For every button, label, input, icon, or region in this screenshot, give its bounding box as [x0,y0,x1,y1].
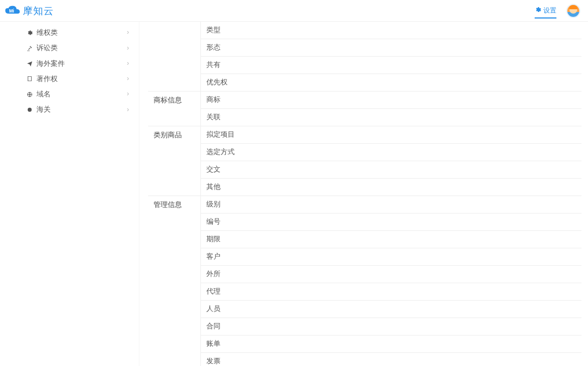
gear-icon [26,29,33,36]
sidebar-nav: 维权类›诉讼类›海外案件›著作权›域名›海关› [0,22,139,366]
sidebar-item[interactable]: 维权类› [0,25,139,40]
brand-cloud-icon: Mi [4,5,20,16]
field-row[interactable]: 其他 [200,179,581,196]
chevron-right-icon: › [127,106,129,114]
field-group-name: 类别商品 [148,126,200,196]
header-actions: 设置 [535,4,580,18]
circle-icon [26,106,33,113]
field-row[interactable]: 选定方式 [200,144,581,161]
sidebar-item-label: 诉讼类 [36,44,58,52]
sidebar-item[interactable]: 诉讼类› [0,40,139,56]
field-row[interactable]: 外所 [200,266,581,283]
settings-link[interactable]: 设置 [535,6,556,19]
field-row[interactable]: 交文 [200,161,581,179]
sidebar-item-label: 维权类 [36,28,58,37]
svg-point-2 [27,108,31,112]
chevron-right-icon: › [127,90,129,99]
chevron-right-icon: › [127,28,129,37]
sidebar-item[interactable]: 海关› [0,102,139,117]
globe-icon [26,91,33,97]
main-content: 类型形态共有优先权商标信息商标关联类别商品拟定项目选定方式交文其他管理信息级别编… [139,22,588,366]
field-row[interactable]: 账单 [200,335,581,353]
field-row[interactable]: 拟定项目 [200,126,581,144]
sidebar-item-label: 海关 [36,105,51,114]
field-row[interactable]: 客户 [200,248,581,266]
field-row[interactable]: 级别 [200,196,581,213]
field-row[interactable]: 编号 [200,213,581,231]
field-row[interactable]: 人员 [200,301,581,318]
book-icon [26,76,33,82]
field-config-table: 类型形态共有优先权商标信息商标关联类别商品拟定项目选定方式交文其他管理信息级别编… [148,22,581,366]
chevron-right-icon: › [127,75,129,83]
field-row[interactable]: 共有 [200,57,581,74]
field-row[interactable]: 期限 [200,231,581,248]
plane-icon [26,60,33,67]
field-row[interactable]: 商标 [200,91,581,109]
sidebar-item[interactable]: 海外案件› [0,56,139,71]
sidebar-item-label: 海外案件 [36,59,65,68]
chevron-right-icon: › [127,59,129,68]
field-row[interactable]: 优先权 [200,74,581,91]
gavel-icon [26,45,33,51]
field-row[interactable]: 合同 [200,318,581,335]
app-header: Mi 摩知云 设置 [0,0,588,22]
sidebar-item[interactable]: 域名› [0,87,139,102]
field-row[interactable]: 形态 [200,39,581,57]
settings-label: 设置 [543,6,556,15]
field-row[interactable]: 类型 [200,22,581,39]
svg-text:Mi: Mi [9,8,14,13]
sidebar-item-label: 域名 [36,90,51,99]
sidebar-item-label: 著作权 [36,75,58,83]
gear-icon [535,7,541,15]
field-group-name: 管理信息 [148,196,200,367]
chevron-right-icon: › [127,44,129,53]
field-row[interactable]: 发票 [200,353,581,367]
sidebar-item[interactable]: 著作权› [0,71,139,87]
brand-name: 摩知云 [23,4,54,17]
user-avatar[interactable] [566,4,580,18]
field-row[interactable]: 关联 [200,109,581,126]
brand-logo[interactable]: Mi 摩知云 [4,4,54,17]
field-row[interactable]: 代理 [200,283,581,301]
field-group-name: 商标信息 [148,91,200,126]
field-group-name [148,22,200,91]
